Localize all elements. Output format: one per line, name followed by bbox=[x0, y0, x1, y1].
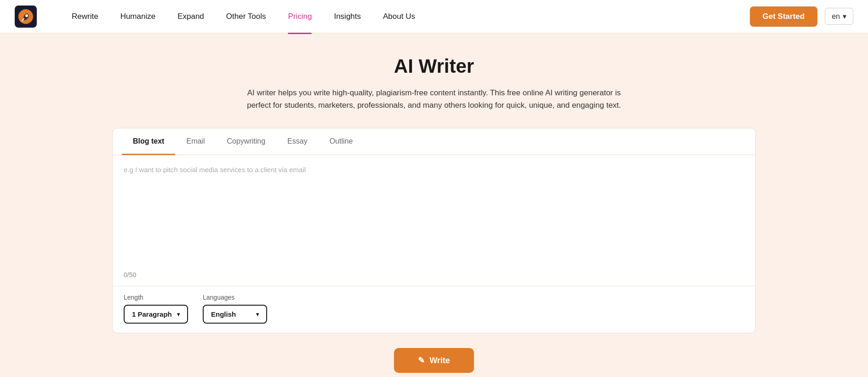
write-button-container: ✎ Write bbox=[394, 333, 474, 373]
length-control: Length 1 Paragraph ▾ bbox=[124, 294, 188, 324]
tab-outline[interactable]: Outline bbox=[319, 129, 364, 155]
tab-blog-text[interactable]: Blog text bbox=[122, 129, 175, 155]
main-content: AI Writer AI writer helps you write high… bbox=[0, 33, 868, 377]
main-input[interactable] bbox=[124, 164, 744, 264]
length-label: Length bbox=[124, 294, 188, 301]
write-button-label: Write bbox=[429, 356, 450, 365]
language-chevron-icon: ▾ bbox=[256, 311, 259, 318]
svg-point-1 bbox=[25, 14, 28, 17]
nav-item-insights[interactable]: Insights bbox=[326, 8, 368, 25]
lang-label: en bbox=[832, 12, 840, 21]
tab-copywriting[interactable]: Copywriting bbox=[216, 129, 276, 155]
lang-chevron-icon: ▾ bbox=[843, 12, 846, 21]
nav-item-pricing[interactable]: Pricing bbox=[280, 8, 319, 25]
length-select[interactable]: 1 Paragraph ▾ bbox=[124, 305, 188, 324]
char-count: 0/50 bbox=[113, 271, 755, 286]
page-title: AI Writer bbox=[394, 55, 474, 77]
pencil-icon: ✎ bbox=[418, 355, 425, 365]
writer-card: Blog text Email Copywriting Essay Outlin… bbox=[112, 128, 756, 333]
length-chevron-icon: ▾ bbox=[177, 311, 180, 318]
main-nav: Rewrite Humanize Expand Other Tools Pric… bbox=[64, 8, 750, 25]
nav-item-rewrite[interactable]: Rewrite bbox=[64, 8, 106, 25]
write-button[interactable]: ✎ Write bbox=[394, 348, 474, 373]
language-select[interactable]: English ▾ bbox=[203, 305, 267, 324]
length-value: 1 Paragraph bbox=[132, 310, 172, 318]
header-right: Get Started en ▾ bbox=[750, 6, 853, 27]
language-control: Languages English ▾ bbox=[203, 294, 267, 324]
nav-item-humanize[interactable]: Humanize bbox=[113, 8, 163, 25]
controls-row: Length 1 Paragraph ▾ Languages English ▾ bbox=[113, 286, 755, 333]
get-started-button[interactable]: Get Started bbox=[750, 6, 818, 27]
language-value: English bbox=[211, 310, 236, 318]
language-selector[interactable]: en ▾ bbox=[825, 8, 853, 25]
textarea-section bbox=[113, 155, 755, 271]
nav-item-about-us[interactable]: About Us bbox=[376, 8, 423, 25]
tab-essay[interactable]: Essay bbox=[276, 129, 319, 155]
page-description: AI writer helps you write high-quality, … bbox=[246, 87, 622, 111]
languages-label: Languages bbox=[203, 294, 267, 301]
nav-item-expand[interactable]: Expand bbox=[170, 8, 211, 25]
tabs-bar: Blog text Email Copywriting Essay Outlin… bbox=[113, 128, 755, 155]
logo-icon bbox=[15, 6, 37, 28]
logo-container[interactable] bbox=[15, 6, 37, 28]
tab-email[interactable]: Email bbox=[175, 129, 216, 155]
nav-item-other-tools[interactable]: Other Tools bbox=[219, 8, 274, 25]
